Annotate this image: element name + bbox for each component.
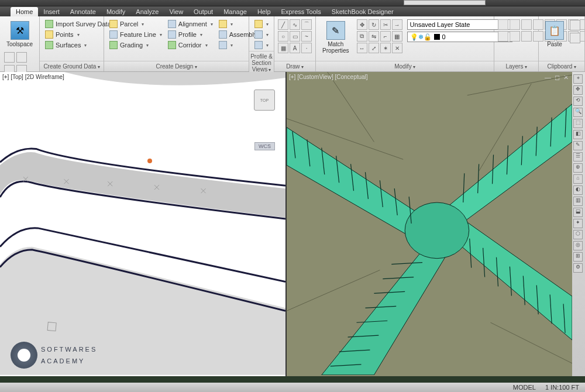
corridor-button[interactable]: Corridor▾ bbox=[166, 40, 215, 50]
nav-tool-12[interactable]: ▥ bbox=[573, 197, 583, 206]
text-tool[interactable]: A bbox=[290, 43, 300, 53]
psv-icon-3 bbox=[254, 41, 263, 49]
surfaces-button[interactable]: Surfaces▾ bbox=[43, 40, 113, 50]
command-line[interactable] bbox=[0, 376, 585, 383]
nav-tool-4[interactable]: 🔍 bbox=[573, 108, 583, 117]
panel-title-draw[interactable]: Draw bbox=[274, 61, 315, 71]
match-properties-button[interactable]: ✎ Match Properties bbox=[319, 19, 352, 56]
tab-modify[interactable]: Modify bbox=[101, 7, 130, 16]
plan-drawing bbox=[0, 72, 285, 375]
intersection-icon bbox=[219, 20, 227, 28]
right-toolbar: ⌖ ✥ ⟲ 🔍 ⬚ ◧ ✎ ☰ ⊕ ⌂ ◐ ▥ ⬓ ✦ ⬡ ◎ ⊞ ⚙ bbox=[572, 72, 585, 376]
point-tool[interactable]: · bbox=[301, 43, 312, 53]
parcel-button[interactable]: Parcel▾ bbox=[108, 19, 164, 29]
mirror-tool[interactable]: ⇋ bbox=[369, 31, 379, 42]
points-button[interactable]: Points▾ bbox=[43, 30, 113, 39]
copy-tool[interactable]: ⧉ bbox=[357, 31, 367, 42]
erase-tool[interactable]: ✕ bbox=[392, 43, 402, 53]
tab-sketchbook[interactable]: SketchBook Designer bbox=[326, 7, 399, 16]
nav-tool-11[interactable]: ◐ bbox=[573, 185, 583, 195]
nav-tool-10[interactable]: ⌂ bbox=[573, 174, 583, 184]
nav-tool-2[interactable]: ✥ bbox=[573, 85, 583, 95]
panel-title-modify[interactable]: Modify bbox=[316, 61, 494, 71]
layer-tool-11[interactable] bbox=[521, 31, 532, 42]
nav-tool-17[interactable]: ⊞ bbox=[573, 252, 583, 262]
rotate-tool[interactable]: ↻ bbox=[369, 19, 379, 30]
move-tool[interactable]: ✥ bbox=[357, 19, 367, 30]
explode-tool[interactable]: ✶ bbox=[380, 43, 391, 53]
alignment-button[interactable]: Alignment▾ bbox=[166, 19, 215, 29]
nav-tool-14[interactable]: ✦ bbox=[573, 219, 583, 228]
nav-tool-6[interactable]: ◧ bbox=[573, 130, 583, 139]
panel-title-clipboard[interactable]: Clipboard bbox=[539, 61, 584, 71]
circle-tool[interactable]: ○ bbox=[278, 31, 288, 42]
nav-tool-7[interactable]: ✎ bbox=[573, 141, 583, 150]
panel-profile-section: ▾ ▾ ▾ Profile & Section Views bbox=[249, 16, 274, 71]
fillet-tool[interactable]: ⌐ bbox=[380, 31, 391, 42]
panel-title-psv[interactable]: Profile & Section Views bbox=[249, 51, 274, 74]
clip-copy[interactable] bbox=[570, 33, 580, 43]
ribbon: ⚒ Toolspace Palettes Import Survey Data … bbox=[0, 16, 585, 72]
tab-view[interactable]: View bbox=[164, 7, 188, 16]
import-survey-button[interactable]: Import Survey Data bbox=[43, 19, 113, 29]
profile-button[interactable]: Profile▾ bbox=[166, 30, 215, 39]
stretch-tool[interactable]: ↔ bbox=[357, 43, 367, 53]
polyline-tool[interactable]: ∿ bbox=[290, 19, 300, 30]
scale-tool[interactable]: ⤢ bbox=[369, 43, 379, 53]
panel-ground-data: Import Survey Data Points▾ Surfaces▾ Cre… bbox=[40, 16, 104, 71]
tab-home[interactable]: Home bbox=[11, 7, 38, 16]
panel-title-ground[interactable]: Create Ground Data bbox=[40, 61, 104, 71]
panel-title-layers[interactable]: Layers bbox=[494, 61, 538, 71]
rect-tool[interactable]: ▭ bbox=[290, 31, 300, 42]
tab-manage[interactable]: Manage bbox=[218, 7, 252, 16]
line-tool[interactable]: ╱ bbox=[278, 19, 288, 30]
spline-tool[interactable]: ~ bbox=[301, 31, 312, 42]
layer-tool-10[interactable] bbox=[510, 31, 520, 42]
viewport-left[interactable]: [+] [Top] [2D Wireframe] TOP WCS bbox=[0, 72, 287, 376]
extend-tool[interactable]: → bbox=[392, 19, 402, 30]
watermark-logo: SOFTWARES ACADEMY bbox=[11, 342, 97, 369]
layer-tool-3[interactable] bbox=[521, 19, 532, 30]
panel-palettes: ⚒ Toolspace Palettes bbox=[0, 16, 40, 71]
psv-btn-3[interactable]: ▾ bbox=[253, 40, 270, 50]
panel-clipboard: 📋 Paste Clipboard bbox=[539, 16, 585, 71]
nav-tool-8[interactable]: ☰ bbox=[573, 152, 583, 161]
keyword-search[interactable] bbox=[404, 0, 486, 5]
nav-tool-13[interactable]: ⬓ bbox=[573, 208, 583, 217]
psv-btn-2[interactable]: ▾ bbox=[253, 30, 270, 39]
nav-tool-5[interactable]: ⬚ bbox=[573, 119, 583, 128]
nav-tool-3[interactable]: ⟲ bbox=[573, 97, 583, 106]
paste-button[interactable]: 📋 Paste bbox=[542, 19, 567, 49]
array-tool[interactable]: ▦ bbox=[392, 31, 402, 42]
layer-tool-9[interactable] bbox=[498, 31, 508, 42]
annotation-scale[interactable]: 1 IN:100 FT bbox=[543, 384, 581, 391]
alignment-icon bbox=[168, 20, 176, 28]
nav-tool-9[interactable]: ⊕ bbox=[573, 163, 583, 173]
tab-express[interactable]: Express Tools bbox=[276, 7, 326, 16]
arc-tool[interactable]: ⌒ bbox=[301, 19, 312, 30]
tab-help[interactable]: Help bbox=[252, 7, 276, 16]
nav-tool-18[interactable]: ⚙ bbox=[573, 263, 583, 273]
grading-button[interactable]: Grading▾ bbox=[108, 40, 164, 50]
viewport-left-label[interactable]: [+] [Top] [2D Wireframe] bbox=[2, 74, 64, 80]
toolspace-button[interactable]: ⚒ Toolspace bbox=[4, 19, 36, 49]
palette-btn-2[interactable] bbox=[16, 52, 27, 63]
tab-output[interactable]: Output bbox=[188, 7, 218, 16]
clip-cut[interactable] bbox=[570, 20, 580, 30]
layer-tool-1[interactable] bbox=[498, 19, 508, 30]
hatch-tool[interactable]: ▦ bbox=[278, 43, 288, 53]
nav-tool-16[interactable]: ◎ bbox=[573, 241, 583, 250]
trim-tool[interactable]: ✂ bbox=[380, 19, 391, 30]
tab-analyze[interactable]: Analyze bbox=[130, 7, 164, 16]
palette-btn-1[interactable] bbox=[4, 52, 15, 63]
nav-tool-15[interactable]: ⬡ bbox=[573, 230, 583, 239]
featureline-button[interactable]: Feature Line▾ bbox=[108, 30, 164, 39]
viewport-right[interactable]: [+] [CustomView] [Conceptual] — ◻ ✕ bbox=[287, 72, 572, 376]
nav-tool-1[interactable]: ⌖ bbox=[573, 74, 583, 84]
tab-insert[interactable]: Insert bbox=[38, 7, 65, 16]
tab-annotate[interactable]: Annotate bbox=[65, 7, 101, 16]
psv-btn-1[interactable]: ▾ bbox=[253, 19, 270, 29]
panel-title-design[interactable]: Create Design bbox=[104, 61, 249, 71]
viewport-right-label[interactable]: [+] [CustomView] [Conceptual] bbox=[289, 74, 368, 80]
layer-tool-2[interactable] bbox=[510, 19, 520, 30]
